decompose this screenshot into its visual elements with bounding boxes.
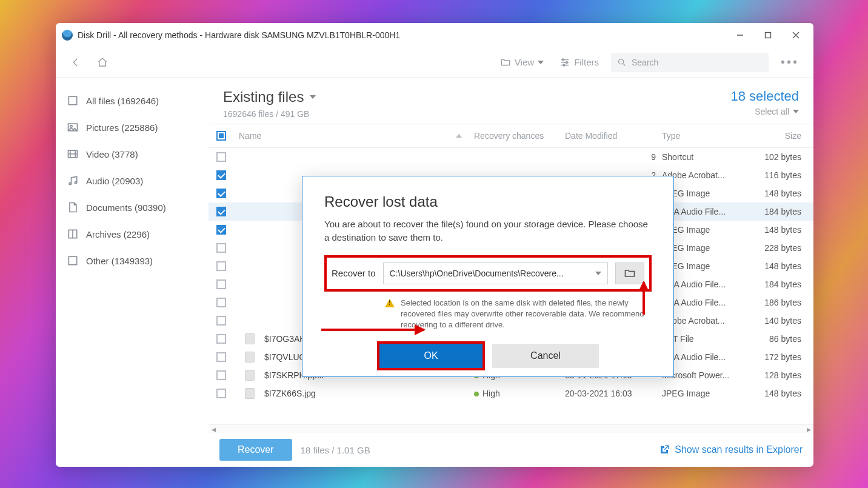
cell-size: 148 bytes <box>747 225 813 235</box>
back-button[interactable] <box>67 55 85 70</box>
horizontal-scrollbar[interactable]: ◂ ▸ <box>209 424 813 433</box>
cell-size: 184 bytes <box>747 279 813 289</box>
footer-info: 18 files / 1.01 GB <box>301 445 370 455</box>
sidebar-item-pictures[interactable]: Pictures (225886) <box>56 114 209 141</box>
sidebar-item-label: All files (1692646) <box>86 96 159 106</box>
folder-icon <box>500 57 511 68</box>
row-checkbox[interactable] <box>216 189 226 198</box>
main-meta: 1692646 files / 491 GB <box>223 109 316 119</box>
col-size-header[interactable]: Size <box>747 131 813 141</box>
home-button[interactable] <box>93 55 112 70</box>
app-window: Disk Drill - All recovery methods - Hard… <box>56 23 813 467</box>
sidebar-item-documents[interactable]: Documents (90390) <box>56 194 209 221</box>
recover-to-row: Recover to C:\Users\hp\OneDrive\Document… <box>324 255 652 292</box>
sidebar-item-label: Other (1349393) <box>86 256 153 266</box>
row-checkbox[interactable] <box>216 243 226 253</box>
sliders-icon <box>559 57 570 68</box>
cell-type: JPEG Image <box>662 261 747 271</box>
audio-icon <box>67 175 79 187</box>
file-icon <box>245 388 255 399</box>
select-all-dropdown[interactable]: Select all <box>730 107 799 116</box>
file-icon <box>245 333 255 344</box>
row-checkbox[interactable] <box>216 207 226 216</box>
cell-type: Adobe Acrobat... <box>662 170 747 180</box>
recover-to-dropdown[interactable]: C:\Users\hp\OneDrive\Documents\Recovere.… <box>383 262 608 284</box>
row-checkbox[interactable] <box>216 389 226 398</box>
cell-size: 102 bytes <box>747 152 813 162</box>
cell-date: 20-03-2021 16:03 <box>565 389 662 398</box>
cell-type: M4A Audio File... <box>662 207 747 216</box>
scroll-left-icon[interactable]: ◂ <box>209 425 218 433</box>
cell-chance: High <box>474 389 565 398</box>
scroll-right-icon[interactable]: ▸ <box>804 425 813 433</box>
cell-type: M4A Audio File... <box>662 279 747 289</box>
chevron-down-icon <box>595 272 601 275</box>
cell-size: 184 bytes <box>747 207 813 216</box>
warning-row: Selected location is on the same disk wi… <box>324 298 652 331</box>
modal-buttons: OK Cancel <box>324 341 652 370</box>
col-name-header[interactable]: Name <box>234 131 474 141</box>
row-checkbox[interactable] <box>216 334 226 344</box>
cell-size: 148 bytes <box>747 389 813 398</box>
row-checkbox[interactable] <box>216 152 226 162</box>
col-chances-header[interactable]: Recovery chances <box>474 131 565 141</box>
filters-button[interactable]: Filters <box>556 55 603 70</box>
svg-point-4 <box>619 59 624 64</box>
table-row[interactable]: $I7ZK66S.jpgHigh20-03-2021 16:03JPEG Ima… <box>209 384 813 403</box>
row-checkbox[interactable] <box>216 170 226 180</box>
window-title: Disk Drill - All recovery methods - Hard… <box>78 30 400 40</box>
more-menu-button[interactable]: ••• <box>777 55 803 69</box>
sidebar-item-archives[interactable]: Archives (2296) <box>56 221 209 247</box>
table-row[interactable]: 9Shortcut102 bytes <box>209 148 813 166</box>
chevron-down-icon <box>310 95 316 99</box>
cell-size: 228 bytes <box>747 243 813 253</box>
row-checkbox[interactable] <box>216 279 226 289</box>
app-icon <box>62 30 73 41</box>
col-type-header[interactable]: Type <box>662 131 747 141</box>
annotation-arrow <box>321 329 424 331</box>
chance-dot-icon <box>474 392 479 396</box>
cell-size: 140 bytes <box>747 316 813 326</box>
search-input[interactable]: Search <box>611 53 769 72</box>
maximize-button[interactable] <box>754 23 782 47</box>
file-icon <box>245 370 255 381</box>
row-checkbox[interactable] <box>216 370 226 380</box>
close-button[interactable] <box>782 23 810 47</box>
cell-type: TXT File <box>662 334 747 344</box>
show-in-explorer-link[interactable]: Show scan results in Explorer <box>659 444 803 455</box>
sidebar: All files (1692646) Pictures (225886) Vi… <box>56 78 209 467</box>
cancel-button[interactable]: Cancel <box>492 344 599 368</box>
svg-point-10 <box>75 182 76 184</box>
cell-size: 128 bytes <box>747 370 813 380</box>
chevron-down-icon <box>793 110 799 113</box>
sidebar-item-audio[interactable]: Audio (20903) <box>56 167 209 194</box>
cell-type: JPEG Image <box>662 389 747 398</box>
svg-rect-0 <box>766 33 771 38</box>
modal-title: Recover lost data <box>324 193 652 210</box>
window-controls <box>726 23 810 47</box>
main-heading[interactable]: Existing files <box>223 89 316 105</box>
cell-type: M4A Audio File... <box>662 298 747 307</box>
sidebar-item-label: Video (3778) <box>86 149 138 159</box>
toolbar: View Filters Search ••• <box>56 47 813 78</box>
cell-size: 148 bytes <box>747 261 813 271</box>
sidebar-item-video[interactable]: Video (3778) <box>56 141 209 167</box>
row-checkbox[interactable] <box>216 261 226 271</box>
header-checkbox[interactable] <box>216 131 226 141</box>
sidebar-item-all-files[interactable]: All files (1692646) <box>56 87 209 114</box>
video-icon <box>67 148 79 160</box>
col-date-header[interactable]: Date Modified <box>565 131 662 141</box>
search-icon <box>617 58 627 67</box>
ok-button[interactable]: OK <box>379 344 482 368</box>
view-dropdown[interactable]: View <box>496 55 547 70</box>
cell-type: M4A Audio File... <box>662 352 747 362</box>
minimize-button[interactable] <box>726 23 754 47</box>
sidebar-item-other[interactable]: Other (1349393) <box>56 247 209 274</box>
row-checkbox[interactable] <box>216 316 226 326</box>
row-checkbox[interactable] <box>216 352 226 362</box>
folder-icon <box>624 267 636 279</box>
row-checkbox[interactable] <box>216 298 226 307</box>
row-checkbox[interactable] <box>216 225 226 235</box>
cell-size: 148 bytes <box>747 189 813 198</box>
recover-button[interactable]: Recover <box>219 439 292 461</box>
